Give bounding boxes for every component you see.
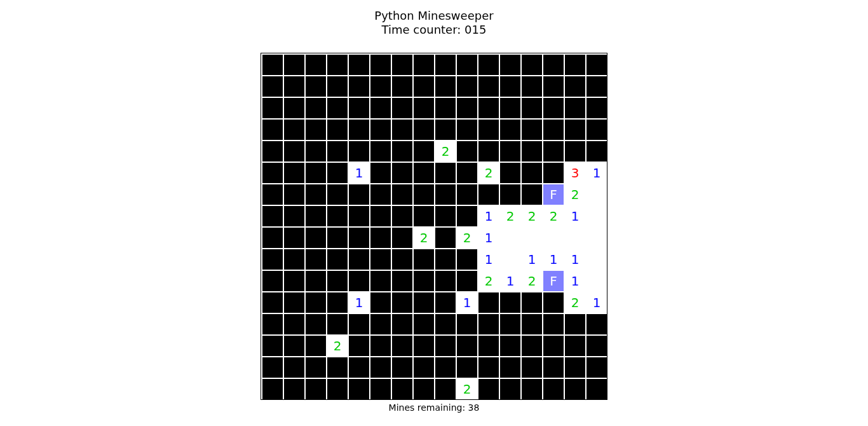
cell[interactable]	[262, 206, 283, 226]
cell[interactable]	[414, 76, 434, 97]
cell[interactable]	[435, 120, 456, 140]
cell[interactable]	[457, 55, 477, 75]
cell[interactable]	[262, 379, 283, 399]
cell[interactable]	[284, 336, 304, 356]
cell[interactable]	[500, 76, 520, 97]
cell[interactable]	[306, 184, 326, 205]
cell[interactable]	[262, 357, 283, 378]
cell[interactable]	[370, 141, 391, 161]
cell-empty[interactable]	[500, 249, 520, 270]
cell[interactable]	[522, 292, 542, 313]
cell[interactable]	[587, 314, 607, 334]
cell-number[interactable]: 2	[565, 184, 585, 205]
cell[interactable]	[457, 163, 477, 183]
cell[interactable]	[414, 314, 434, 334]
cell[interactable]	[500, 336, 520, 356]
cell[interactable]	[500, 120, 520, 140]
cell[interactable]	[414, 336, 434, 356]
cell[interactable]	[327, 55, 348, 75]
cell[interactable]	[414, 271, 434, 291]
cell[interactable]	[500, 55, 520, 75]
cell-number[interactable]: 2	[565, 292, 585, 313]
cell[interactable]	[587, 120, 607, 140]
cell[interactable]	[392, 55, 412, 75]
cell[interactable]	[435, 206, 456, 226]
cell-number[interactable]: 1	[543, 249, 564, 270]
cell[interactable]	[349, 249, 369, 270]
cell[interactable]	[306, 314, 326, 334]
cell[interactable]	[478, 314, 499, 334]
cell[interactable]	[306, 271, 326, 291]
cell[interactable]	[414, 292, 434, 313]
cell[interactable]	[500, 314, 520, 334]
cell[interactable]	[306, 206, 326, 226]
cell-number[interactable]: 1	[478, 228, 499, 248]
cell[interactable]	[522, 163, 542, 183]
cell[interactable]	[306, 292, 326, 313]
cell-number[interactable]: 2	[457, 379, 477, 399]
cell[interactable]	[414, 184, 434, 205]
cell[interactable]	[392, 379, 412, 399]
cell[interactable]	[522, 336, 542, 356]
cell[interactable]	[306, 357, 326, 378]
cell[interactable]	[392, 98, 412, 118]
cell[interactable]	[284, 184, 304, 205]
cell[interactable]	[457, 98, 477, 118]
cell[interactable]	[349, 271, 369, 291]
cell[interactable]	[262, 141, 283, 161]
cell[interactable]	[500, 379, 520, 399]
cell[interactable]	[392, 314, 412, 334]
cell[interactable]	[457, 76, 477, 97]
cell[interactable]	[478, 292, 499, 313]
cell[interactable]	[284, 120, 304, 140]
cell[interactable]	[327, 163, 348, 183]
cell-number[interactable]: 2	[522, 206, 542, 226]
cell[interactable]	[370, 336, 391, 356]
cell[interactable]	[392, 76, 412, 97]
cell-number[interactable]: 1	[587, 163, 607, 183]
cell[interactable]	[478, 120, 499, 140]
cell[interactable]	[522, 55, 542, 75]
cell[interactable]	[392, 228, 412, 248]
cell[interactable]	[435, 336, 456, 356]
cell[interactable]	[587, 76, 607, 97]
cell[interactable]	[262, 228, 283, 248]
cell[interactable]	[262, 314, 283, 334]
cell[interactable]	[478, 98, 499, 118]
cell[interactable]	[370, 292, 391, 313]
cell[interactable]	[284, 271, 304, 291]
cell[interactable]	[543, 55, 564, 75]
cell[interactable]	[587, 55, 607, 75]
cell[interactable]	[262, 292, 283, 313]
cell[interactable]	[284, 55, 304, 75]
cell[interactable]	[370, 55, 391, 75]
cell[interactable]	[587, 98, 607, 118]
cell[interactable]	[478, 55, 499, 75]
cell[interactable]	[349, 228, 369, 248]
cell[interactable]	[543, 336, 564, 356]
cell[interactable]	[435, 249, 456, 270]
cell[interactable]	[370, 314, 391, 334]
cell[interactable]	[327, 76, 348, 97]
cell[interactable]	[478, 76, 499, 97]
cell-empty[interactable]	[587, 228, 607, 248]
cell-number[interactable]: 1	[478, 249, 499, 270]
cell[interactable]	[414, 98, 434, 118]
cell[interactable]	[306, 336, 326, 356]
cell-number[interactable]: 2	[478, 271, 499, 291]
cell[interactable]	[262, 336, 283, 356]
cell[interactable]	[327, 184, 348, 205]
cell[interactable]	[435, 98, 456, 118]
cell[interactable]	[565, 141, 585, 161]
cell[interactable]	[500, 98, 520, 118]
cell[interactable]	[457, 357, 477, 378]
cell[interactable]	[478, 379, 499, 399]
cell[interactable]	[543, 120, 564, 140]
cell[interactable]	[349, 184, 369, 205]
cell[interactable]	[349, 336, 369, 356]
cell[interactable]	[306, 98, 326, 118]
cell-empty[interactable]	[587, 206, 607, 226]
cell[interactable]	[284, 141, 304, 161]
cell[interactable]	[370, 163, 391, 183]
cell[interactable]	[306, 120, 326, 140]
